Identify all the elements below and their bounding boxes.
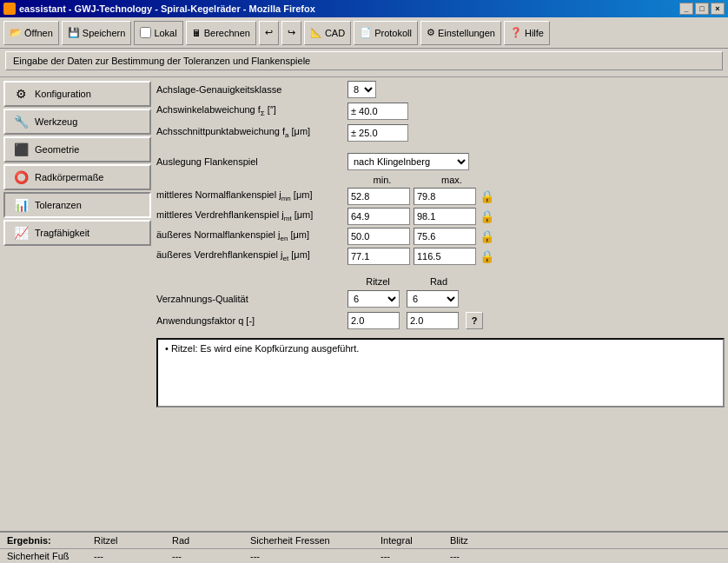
achslage-select[interactable]: 8 xyxy=(347,81,376,98)
results-ergebnis-header: Ergebnis: xyxy=(7,535,94,546)
redo-icon: ↪ xyxy=(288,27,295,38)
cad-label: CAD xyxy=(325,28,345,38)
verzahnung-rad-select[interactable]: 64578 xyxy=(407,290,459,308)
results-integral-val: --- xyxy=(381,551,450,561)
minimize-button[interactable]: _ xyxy=(679,3,693,15)
maximize-button[interactable]: □ xyxy=(695,3,709,15)
table-row-jmn: mittleres Normalflankenspiel jmn [μm] 🔒 xyxy=(156,188,725,205)
save-button[interactable]: 💾 Speichern xyxy=(62,21,132,45)
window-icon xyxy=(3,3,16,15)
jen-lock-icon: 🔒 xyxy=(480,229,494,243)
toolbar: 📂 Öffnen 💾 Speichern Lokal 🖩 Berechnen ↩… xyxy=(0,17,728,49)
calculate-label: Berechnen xyxy=(204,28,250,38)
table-row-jen: äußeres Normalflankenspiel jen [μm] 🔒 xyxy=(156,228,725,245)
close-button[interactable]: × xyxy=(711,3,725,15)
results-sicherheit-header: Sicherheit Fressen xyxy=(250,535,381,546)
results-rad-header: Rad xyxy=(172,535,250,546)
jet-label: äußeres Verdrehflankenspiel jet [μm] xyxy=(156,249,347,262)
results-rad-val: --- xyxy=(172,551,250,561)
jmn-max-input[interactable] xyxy=(414,188,476,205)
settings-icon: ⚙ xyxy=(427,27,435,38)
open-label: Öffnen xyxy=(24,28,53,38)
jmn-label: mittleres Normalflankenspiel jmn [μm] xyxy=(156,189,347,202)
local-checkbox[interactable] xyxy=(140,27,151,38)
save-label: Speichern xyxy=(83,28,126,38)
protocol-label: Protokoll xyxy=(374,28,412,38)
achswinkel-input[interactable] xyxy=(347,103,408,120)
message-area: • Ritzel: Es wird eine Kopfkürzung ausge… xyxy=(156,338,725,407)
sidebar-item-werkzeug[interactable]: 🔧 Werkzeug xyxy=(3,109,151,135)
results-ritzel-val: --- xyxy=(94,551,172,561)
sidebar: ⚙ Konfiguration 🔧 Werkzeug ⬛ Geometrie ⭕… xyxy=(3,81,151,501)
sidebar-item-geometrie[interactable]: ⬛ Geometrie xyxy=(3,136,151,162)
window-title: eassistant - GWJ-Technology - Spiral-Keg… xyxy=(19,3,315,14)
auslegung-select[interactable]: nach Klingelnberg manuell xyxy=(347,153,469,170)
achsschnitt-input[interactable] xyxy=(347,124,408,142)
geometrie-label: Geometrie xyxy=(35,144,79,155)
jet-min-input[interactable] xyxy=(347,248,410,265)
jmt-max-input[interactable] xyxy=(414,208,476,225)
save-icon: 💾 xyxy=(68,27,80,38)
jmt-min-input[interactable] xyxy=(347,208,410,225)
window-controls[interactable]: _ □ × xyxy=(679,3,725,15)
results-sicherheit-val: --- xyxy=(250,551,381,561)
achswinkel-row: Achswinkelabweichung fΣ [″] xyxy=(156,103,725,120)
anwendung-ritzel-input[interactable] xyxy=(347,312,400,329)
undo-button[interactable]: ↩ xyxy=(259,21,279,45)
toleranzen-label: Toleranzen xyxy=(35,200,82,210)
jmt-lock-icon: 🔒 xyxy=(480,209,494,223)
open-button[interactable]: 📂 Öffnen xyxy=(3,21,59,45)
jet-max-input[interactable] xyxy=(414,248,476,265)
jmn-min-input[interactable] xyxy=(347,188,410,205)
werkzeug-icon: 🔧 xyxy=(12,113,30,130)
sidebar-item-konfiguration[interactable]: ⚙ Konfiguration xyxy=(3,81,151,107)
protocol-icon: 📄 xyxy=(360,27,372,38)
col-max-header: max. xyxy=(417,175,486,185)
achslage-row: Achslage-Genauigkeitsklasse 8 xyxy=(156,81,725,98)
results-row-label: Sicherheit Fuß xyxy=(7,551,94,561)
verzahnung-ritzel-select[interactable]: 64578 xyxy=(347,290,400,308)
sidebar-item-tragfaehigkeit[interactable]: 📈 Tragfähigkeit xyxy=(3,220,151,246)
konfiguration-label: Konfiguration xyxy=(35,89,91,99)
anwendung-rad-input[interactable] xyxy=(407,312,459,329)
auslegung-row: Auslegung Flankenspiel nach Klingelnberg… xyxy=(156,153,725,170)
redo-button[interactable]: ↪ xyxy=(281,21,301,45)
description-text: Eingabe der Daten zur Bestimmung der Tol… xyxy=(13,56,310,66)
title-bar: eassistant - GWJ-Technology - Spiral-Keg… xyxy=(0,0,728,17)
achswinkel-label: Achswinkelabweichung fΣ [″] xyxy=(156,104,347,117)
anwendung-label: Anwendungsfaktor q [-] xyxy=(156,315,347,326)
results-blitz-val: --- xyxy=(450,551,502,561)
jmn-lock-icon: 🔒 xyxy=(480,189,494,203)
calculate-icon: 🖩 xyxy=(192,28,202,38)
geometrie-icon: ⬛ xyxy=(12,141,30,158)
help-button[interactable]: ❓ Hilfe xyxy=(504,21,550,45)
toleranzen-icon: 📊 xyxy=(12,196,30,214)
achslage-label: Achslage-Genauigkeitsklasse xyxy=(156,84,347,95)
sidebar-item-radkoerper[interactable]: ⭕ Radkörpermaße xyxy=(3,164,151,190)
protocol-button[interactable]: 📄 Protokoll xyxy=(354,21,418,45)
sidebar-item-toleranzen[interactable]: 📊 Toleranzen xyxy=(3,192,151,218)
local-checkbox-btn[interactable]: Lokal xyxy=(134,21,182,45)
jen-min-input[interactable] xyxy=(347,228,410,245)
jet-lock-icon: 🔒 xyxy=(480,249,494,263)
anwendung-help-button[interactable]: ? xyxy=(466,312,483,329)
description-bar: Eingabe der Daten zur Bestimmung der Tol… xyxy=(5,51,723,70)
calculate-button[interactable]: 🖩 Berechnen xyxy=(186,21,256,45)
achsschnitt-row: Achsschnittpunktabweichung fa [μm] xyxy=(156,124,725,142)
verzahnung-label: Verzahnungs-Qualität xyxy=(156,294,347,304)
col-ritzel-header: Ritzel xyxy=(347,276,408,287)
jen-max-input[interactable] xyxy=(414,228,476,245)
form-area: Achslage-Genauigkeitsklasse 8 Achswinkel… xyxy=(156,81,725,501)
cad-button[interactable]: 📐 CAD xyxy=(304,21,351,45)
achsschnitt-label: Achsschnittpunktabweichung fa [μm] xyxy=(156,126,347,139)
results-ritzel-header: Ritzel xyxy=(94,535,172,546)
settings-button[interactable]: ⚙ Einstellungen xyxy=(420,21,501,45)
results-bar: Ergebnis: Ritzel Rad Sicherheit Fressen … xyxy=(0,531,728,563)
radkoerper-label: Radkörpermaße xyxy=(35,172,103,182)
anwendung-row: Anwendungsfaktor q [-] ? xyxy=(156,312,725,329)
col-min-header: min. xyxy=(347,175,417,185)
table-row-jet: äußeres Verdrehflankenspiel jet [μm] 🔒 xyxy=(156,248,725,265)
werkzeug-label: Werkzeug xyxy=(35,116,77,127)
results-blitz-header: Blitz xyxy=(450,535,502,546)
cad-icon: 📐 xyxy=(310,27,322,38)
